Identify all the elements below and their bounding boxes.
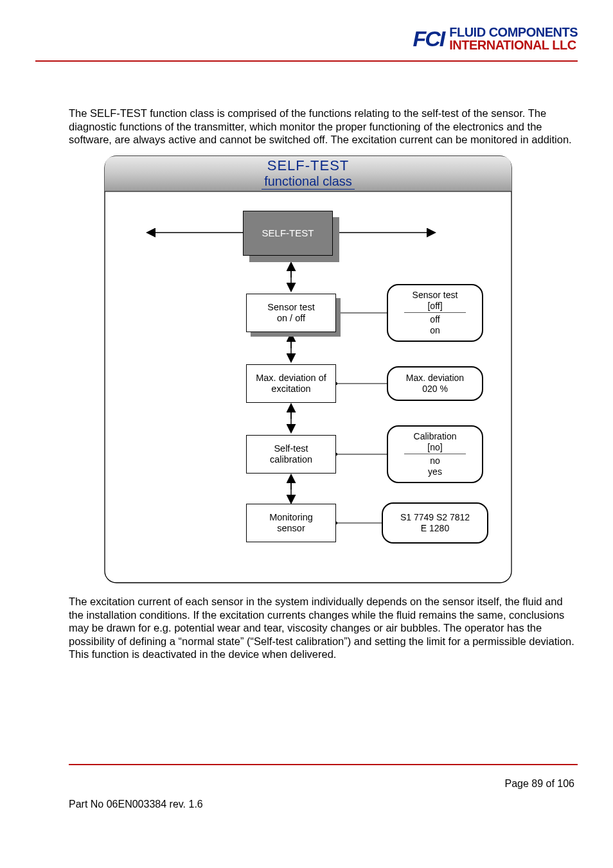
node-label: on / off — [277, 313, 305, 324]
value-title: Calibration — [414, 431, 457, 442]
node-self-test-calibration: Self-test calibration — [246, 435, 336, 474]
value-option: no — [430, 456, 440, 466]
diagram-title: SELF-TEST — [267, 157, 350, 174]
value-divider — [404, 454, 466, 454]
logo-line1: FLUID COMPONENTS — [449, 26, 578, 39]
diagram-title-bar: SELF-TEST functional class — [104, 155, 512, 191]
node-monitoring-sensor: Monitoring sensor — [246, 504, 336, 542]
value-current: 020 % — [422, 384, 448, 394]
value-title: Sensor test — [413, 290, 458, 301]
value-monitoring: S1 7749 S2 7812 E 1280 — [382, 502, 488, 544]
part-number: Part No 06EN003384 rev. 1.6 — [69, 799, 203, 810]
node-max-deviation: Max. deviation of excitation — [246, 364, 336, 403]
header: FCI FLUID COMPONENTS INTERNATIONAL LLC — [35, 19, 578, 58]
value-current: [off] — [427, 301, 442, 312]
value-current: E 1280 — [421, 523, 449, 534]
value-calibration: Calibration [no] no yes — [387, 425, 483, 483]
outro-paragraph: The excitation current of each sensor in… — [69, 595, 578, 661]
value-option: yes — [428, 466, 442, 477]
main-node-label: SELF-TEST — [262, 227, 314, 238]
page-number: Page 89 of 106 — [504, 778, 574, 790]
node-label: sensor — [277, 523, 305, 534]
value-option: on — [430, 325, 440, 336]
node-label: Max. deviation of — [256, 373, 326, 384]
value-current: [no] — [427, 442, 442, 453]
content: The SELF-TEST function class is comprise… — [69, 107, 578, 661]
logo-text: FLUID COMPONENTS INTERNATIONAL LLC — [449, 26, 578, 51]
logo-line2: INTERNATIONAL LLC — [449, 39, 578, 51]
node-label: calibration — [270, 454, 312, 465]
value-max-deviation: Max. deviation 020 % — [387, 366, 483, 401]
intro-paragraph: The SELF-TEST function class is comprise… — [69, 107, 578, 146]
diagram-subtitle: functional class — [262, 174, 355, 190]
header-rule — [35, 60, 578, 62]
value-title: S1 7749 S2 7812 — [400, 512, 470, 523]
node-sensor-test: Sensor test on / off — [246, 294, 336, 332]
company-logo: FCI FLUID COMPONENTS INTERNATIONAL LLC — [413, 26, 578, 51]
value-option: off — [430, 314, 440, 325]
page: FCI FLUID COMPONENTS INTERNATIONAL LLC T… — [0, 0, 613, 868]
logo-mark: FCI — [413, 29, 444, 49]
value-title: Max. deviation — [406, 373, 464, 384]
main-node: SELF-TEST — [243, 211, 333, 256]
node-label: excitation — [271, 384, 310, 394]
value-divider — [404, 312, 466, 313]
node-label: Sensor test — [267, 302, 314, 313]
node-label: Monitoring — [269, 512, 313, 523]
value-sensor-test: Sensor test [off] off on — [387, 284, 483, 342]
node-label: Self-test — [274, 443, 308, 454]
footer-rule — [69, 764, 578, 765]
self-test-diagram: SELF-TEST functional class SELF-TEST Sen… — [104, 155, 512, 583]
